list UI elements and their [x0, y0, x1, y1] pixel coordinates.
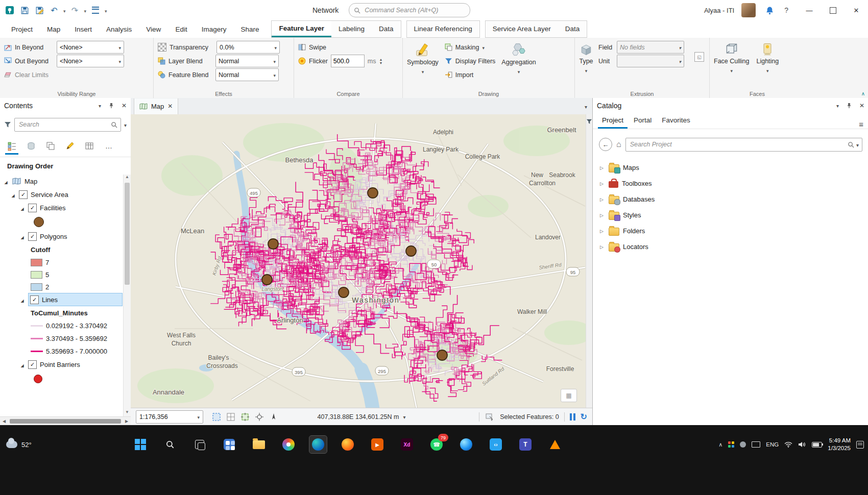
catalog-search-input[interactable]: [629, 140, 846, 148]
notifications-bell-icon[interactable]: [764, 5, 775, 16]
tray-circle-app-icon[interactable]: [740, 441, 746, 448]
tray-device-icon[interactable]: [752, 441, 760, 448]
filter-icon[interactable]: [4, 121, 11, 128]
customize-quick-access-dropdown-icon[interactable]: [105, 7, 107, 14]
tab-map[interactable]: Map: [40, 21, 67, 38]
facility-point[interactable]: [437, 350, 447, 360]
catalog-tab-favorites[interactable]: Favorites: [658, 113, 694, 129]
tab-share[interactable]: Share: [233, 21, 266, 38]
save-as-button[interactable]: [34, 5, 45, 16]
point-barriers-symbol-row[interactable]: [0, 371, 131, 386]
tab-labeling[interactable]: Labeling: [331, 21, 372, 37]
flicker-spinner[interactable]: ▲▼: [379, 58, 382, 65]
facility-point[interactable]: [339, 287, 349, 298]
catalog-tab-project[interactable]: Project: [598, 113, 628, 129]
pause-drawing-button[interactable]: [570, 413, 575, 420]
media-app-button[interactable]: [369, 436, 386, 453]
legend-class-row[interactable]: 5: [0, 268, 131, 281]
expander-icon[interactable]: [10, 191, 16, 199]
expander-icon[interactable]: [600, 244, 605, 250]
catalog-pin-icon[interactable]: [846, 103, 852, 109]
north-arrow-icon[interactable]: [269, 412, 279, 422]
layer-checkbox[interactable]: [30, 295, 39, 304]
redo-dropdown-icon[interactable]: [84, 7, 87, 14]
volume-icon[interactable]: [798, 441, 806, 448]
maximize-button[interactable]: [821, 0, 845, 20]
command-search[interactable]: [349, 3, 470, 17]
toc-item-facilities[interactable]: Facilities: [0, 201, 131, 214]
toc-item-point-barriers[interactable]: Point Barriers: [0, 358, 131, 371]
expander-icon[interactable]: [19, 296, 25, 304]
toc-tab-editing[interactable]: [63, 139, 77, 155]
edge-browser-button[interactable]: [309, 436, 327, 453]
expander-icon[interactable]: [600, 165, 605, 170]
whatsapp-button[interactable]: 79: [428, 436, 445, 453]
scroll-up-icon[interactable]: [124, 175, 131, 182]
facility-point[interactable]: [262, 275, 272, 285]
aggregation-button[interactable]: Aggregation: [501, 40, 536, 89]
catalog-menu-icon[interactable]: [859, 120, 863, 129]
expander-icon[interactable]: [600, 181, 605, 186]
wifi-icon[interactable]: [784, 441, 792, 448]
selected-layer-highlight[interactable]: Lines: [28, 293, 123, 306]
command-search-input[interactable]: [364, 6, 452, 14]
expander-icon[interactable]: [3, 178, 9, 185]
app-logo-icon[interactable]: [4, 5, 15, 16]
clear-limits-button[interactable]: Clear Limits: [4, 68, 149, 82]
toc-item-map[interactable]: Map: [0, 175, 131, 188]
catalog-tab-portal[interactable]: Portal: [630, 113, 656, 129]
extrusion-type-button[interactable]: Type: [579, 40, 593, 89]
scroll-down-icon[interactable]: [124, 410, 131, 417]
facility-point[interactable]: [268, 239, 278, 249]
out-beyond-select[interactable]: <None>: [57, 55, 124, 67]
transparency-input[interactable]: 0.0%: [216, 41, 280, 54]
scroll-left-icon[interactable]: ◀: [0, 419, 8, 424]
symbology-button[interactable]: Symbology: [407, 40, 439, 89]
scrollbar-thumb[interactable]: [125, 183, 130, 285]
map-overview-icon[interactable]: [561, 389, 577, 402]
flicker-interval-input[interactable]: [331, 55, 365, 67]
redo-button[interactable]: [69, 5, 81, 16]
contents-search-box[interactable]: [14, 118, 121, 132]
legend-class-row[interactable]: 3.370493 - 5.359692: [0, 332, 131, 345]
crosshair-icon[interactable]: [254, 412, 264, 422]
adobe-xd-button[interactable]: [398, 436, 416, 453]
catalog-item-locators[interactable]: Locators: [593, 239, 868, 255]
map-tab-close-icon[interactable]: [167, 103, 173, 110]
help-button[interactable]: ?: [784, 6, 788, 14]
tab-data-2[interactable]: Data: [558, 21, 587, 37]
vscode-button[interactable]: [487, 436, 504, 453]
undo-dropdown-icon[interactable]: [63, 7, 66, 14]
tray-color-app-icon[interactable]: [728, 441, 734, 448]
tab-view[interactable]: View: [139, 21, 168, 38]
contents-menu-chevron-icon[interactable]: [99, 103, 101, 109]
map-canvas[interactable]: 4955095395295 BethesdaAdelphiLangley Par…: [131, 114, 586, 408]
snap-grid-icon[interactable]: [226, 412, 236, 422]
in-beyond-select[interactable]: <None>: [57, 41, 124, 54]
ribbon-collapse-button[interactable]: [861, 91, 865, 96]
expander-icon[interactable]: [600, 213, 605, 218]
catalog-item-maps[interactable]: Maps: [593, 160, 868, 176]
toc-item-lines[interactable]: Lines: [0, 293, 131, 306]
vlc-button[interactable]: [546, 436, 564, 453]
legend-class-row[interactable]: 7: [0, 256, 131, 268]
legend-class-row[interactable]: 2: [0, 281, 131, 293]
toc-tab-snapping[interactable]: [83, 139, 96, 155]
legend-class-row[interactable]: 0.029192 - 3.370492: [0, 319, 131, 332]
facility-point[interactable]: [406, 246, 416, 256]
catalog-search-dropdown-icon[interactable]: [856, 141, 859, 148]
back-button[interactable]: [599, 138, 612, 151]
zoom-extent-icon[interactable]: [240, 412, 250, 422]
legend-line-swatch[interactable]: [31, 325, 43, 327]
masking-button[interactable]: Masking: [445, 40, 496, 54]
undo-button[interactable]: [49, 5, 60, 16]
legend-swatch[interactable]: [31, 259, 42, 266]
close-button[interactable]: [845, 0, 868, 20]
legend-line-swatch[interactable]: [31, 351, 43, 352]
layer-checkbox[interactable]: [28, 360, 37, 369]
contents-search-dropdown-icon[interactable]: [124, 121, 127, 129]
catalog-item-databases[interactable]: Databases: [593, 191, 868, 207]
contents-horizontal-scrollbar[interactable]: ◀ ▶: [0, 416, 131, 425]
tab-linear-referencing[interactable]: Linear Referencing: [407, 21, 479, 37]
tab-imagery[interactable]: Imagery: [195, 21, 234, 38]
